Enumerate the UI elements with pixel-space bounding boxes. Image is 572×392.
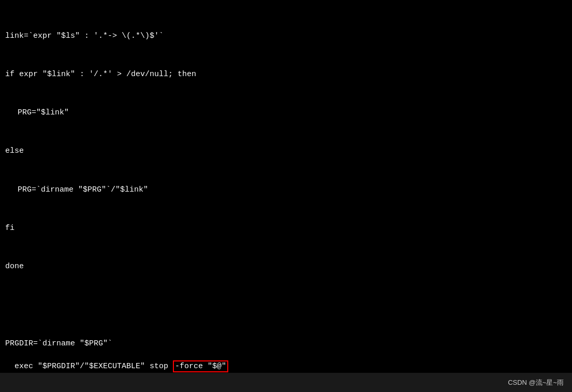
code-line: PRG="$link"	[5, 107, 567, 120]
code-line: if expr "$link" : '/.*' > /dev/null; the…	[5, 68, 567, 81]
footer-text: CSDN @流~星~雨	[508, 378, 564, 387]
highlighted-command: -force "$@"	[173, 360, 228, 372]
code-line: PRG=`dirname "$PRG"`/"$link"	[5, 184, 567, 197]
code-line: done	[5, 260, 567, 273]
code-line: else	[5, 145, 567, 158]
code-line: fi	[5, 222, 567, 235]
code-line: link=`expr "$ls" : '.*-> \(.*\)$'`	[5, 30, 567, 43]
bottom-bar: CSDN @流~星~雨	[0, 373, 572, 392]
code-line: PRGDIR=`dirname "$PRG"`	[5, 338, 567, 351]
code-container: link=`expr "$ls" : '.*-> \(.*\)$'` if ex…	[0, 0, 572, 373]
code-line	[5, 299, 567, 312]
exec-prefix: exec "$PRGDIR"/"$EXECUTABLE" stop	[14, 362, 173, 371]
last-line: exec "$PRGDIR"/"$EXECUTABLE" stop -force…	[0, 351, 572, 373]
